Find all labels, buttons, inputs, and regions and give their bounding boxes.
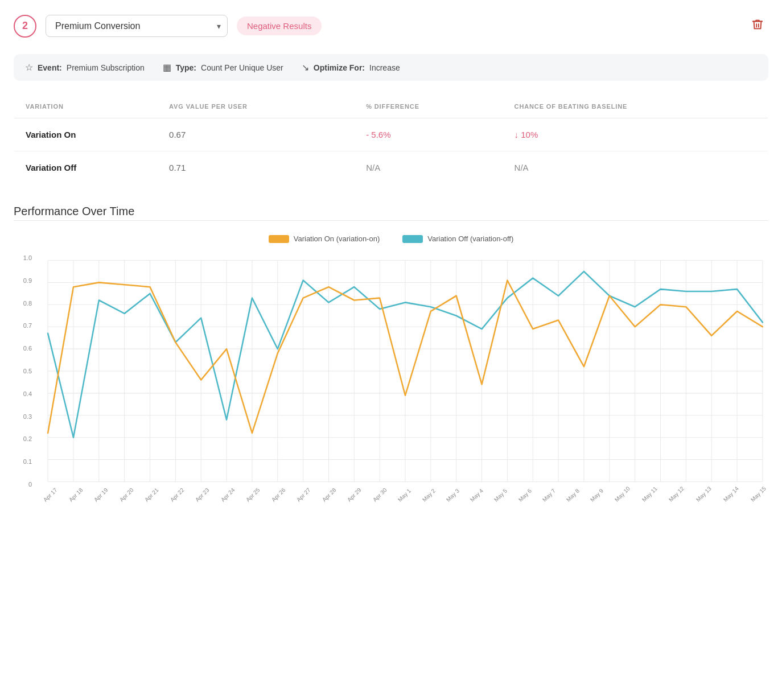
x-axis-label: May 3 <box>445 488 460 503</box>
x-axis-label: May 2 <box>421 488 437 503</box>
x-axis-label: Apr 19 <box>93 487 109 503</box>
legend-color-swatch <box>269 235 289 243</box>
chart-svg <box>42 254 768 488</box>
col-chance: CHANCE OF BEATING BASELINE <box>503 95 768 118</box>
legend-label: Variation On (variation-on) <box>294 234 380 243</box>
x-axis-label: May 15 <box>750 485 767 503</box>
x-axis-label: Apr 20 <box>118 487 135 503</box>
x-axis-label: Apr 17 <box>42 487 59 503</box>
x-axis-label: Apr 25 <box>245 487 261 503</box>
legend-label: Variation Off (variation-off) <box>427 234 513 243</box>
star-icon: ☆ <box>25 62 33 73</box>
x-axis-label: May 10 <box>614 485 631 503</box>
legend-color-swatch <box>402 235 423 243</box>
x-axis-label: May 1 <box>397 488 412 503</box>
header-row: 2 Premium Conversion ▾ Negative Results <box>14 14 768 38</box>
cell-variation: Variation Off <box>14 151 158 184</box>
y-axis-label: 0.6 <box>14 345 32 352</box>
section-divider <box>14 220 768 221</box>
cell-chance: N/A <box>503 151 768 184</box>
optimize-value: Increase <box>369 63 400 72</box>
y-axis-label: 0.7 <box>14 322 32 329</box>
x-axis-label: Apr 27 <box>295 487 312 503</box>
x-axis-label: May 8 <box>565 488 581 503</box>
table-row: Variation On0.67- 5.6%↓ 10% <box>14 118 768 151</box>
x-axis-label: May 9 <box>589 488 604 503</box>
type-label: Type: <box>176 63 196 72</box>
x-axis-label: Apr 18 <box>68 487 84 503</box>
trend-icon: ↘ <box>302 62 309 73</box>
cell-variation: Variation On <box>14 118 158 151</box>
table-row: Variation Off0.71N/AN/A <box>14 151 768 184</box>
event-value: Premium Subscription <box>67 63 145 72</box>
event-label: Event: <box>38 63 62 72</box>
x-axis-label: May 13 <box>695 485 713 503</box>
x-axis-label: May 14 <box>722 485 740 503</box>
col-avg-value: AVG VALUE PER USER <box>158 95 355 118</box>
x-axis-label: Apr 30 <box>372 487 388 503</box>
col-variation: VARIATION <box>14 95 158 118</box>
x-axis-label: Apr 28 <box>321 487 338 503</box>
x-axis-label: May 11 <box>641 485 658 503</box>
col-pct-diff: % DIFFERENCE <box>355 95 503 118</box>
metric-dropdown[interactable]: Premium Conversion <box>46 15 228 37</box>
cell-pct-diff: - 5.6% <box>355 118 503 151</box>
x-axis-label: May 4 <box>469 488 484 503</box>
legend-item: Variation Off (variation-off) <box>402 234 513 243</box>
x-axis-label: May 7 <box>541 488 557 503</box>
section-title: Performance Over Time <box>14 205 768 218</box>
y-axis-label: 0.4 <box>14 390 32 397</box>
type-value: Count Per Unique User <box>201 63 283 72</box>
x-axis-label: Apr 22 <box>169 487 186 503</box>
legend-item: Variation On (variation-on) <box>269 234 380 243</box>
results-table: VARIATION AVG VALUE PER USER % DIFFERENC… <box>14 94 768 184</box>
optimize-info: ↘ Optimize For: Increase <box>302 62 400 73</box>
y-axis-label: 0 <box>14 481 32 488</box>
y-axis-label: 1.0 <box>14 254 32 261</box>
event-info: ☆ Event: Premium Subscription <box>25 62 145 73</box>
cell-chance: ↓ 10% <box>503 118 768 151</box>
x-axis-label: May 5 <box>493 488 508 503</box>
y-axis-label: 0.8 <box>14 300 32 307</box>
x-axis-label: Apr 29 <box>346 487 363 503</box>
cell-avg-value: 0.71 <box>158 151 355 184</box>
calculator-icon: ▦ <box>163 62 171 73</box>
type-info: ▦ Type: Count Per Unique User <box>163 62 283 73</box>
y-axis-label: 0.3 <box>14 413 32 420</box>
optimize-label: Optimize For: <box>314 63 365 72</box>
y-axis: 00.10.20.30.40.50.60.70.80.91.0 <box>14 254 36 488</box>
metric-dropdown-container: Premium Conversion ▾ <box>46 15 228 37</box>
x-axis-label: Apr 26 <box>270 487 287 503</box>
x-axis-label: Apr 24 <box>220 487 236 503</box>
negative-results-badge: Negative Results <box>237 17 322 35</box>
performance-section: Performance Over Time Variation On (vari… <box>14 205 768 505</box>
x-axis-label: May 12 <box>668 485 685 503</box>
delete-icon[interactable] <box>747 14 768 38</box>
y-axis-label: 0.1 <box>14 458 32 465</box>
x-axis-label: Apr 21 <box>143 487 160 503</box>
cell-avg-value: 0.67 <box>158 118 355 151</box>
cell-pct-diff: N/A <box>355 151 503 184</box>
x-axis-label: Apr 23 <box>194 487 211 503</box>
chart-legend: Variation On (variation-on)Variation Off… <box>14 234 768 243</box>
y-axis-label: 0.9 <box>14 277 32 284</box>
info-bar: ☆ Event: Premium Subscription ▦ Type: Co… <box>14 54 768 81</box>
y-axis-label: 0.5 <box>14 368 32 374</box>
sequence-badge: 2 <box>14 15 36 38</box>
x-axis: Apr 17Apr 18Apr 19Apr 20Apr 21Apr 22Apr … <box>42 488 768 505</box>
chart-wrapper: 00.10.20.30.40.50.60.70.80.91.0 Apr 17Ap… <box>14 254 768 505</box>
x-axis-label: May 6 <box>517 488 533 503</box>
y-axis-label: 0.2 <box>14 435 32 442</box>
